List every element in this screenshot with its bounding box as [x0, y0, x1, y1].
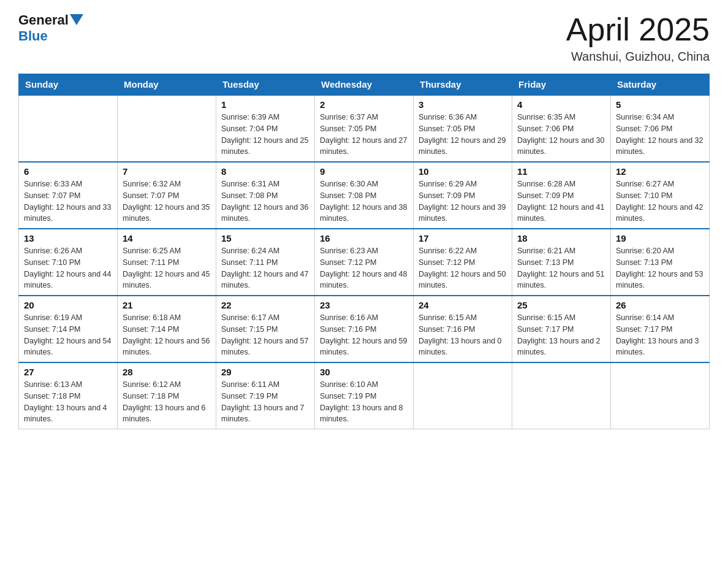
day-info: Sunrise: 6:35 AMSunset: 7:06 PMDaylight:…: [517, 112, 605, 158]
calendar-location: Wanshui, Guizhou, China: [566, 50, 710, 64]
day-info: Sunrise: 6:33 AMSunset: 7:07 PMDaylight:…: [24, 178, 112, 224]
day-info: Sunrise: 6:37 AMSunset: 7:05 PMDaylight:…: [320, 112, 408, 158]
day-info: Sunrise: 6:14 AMSunset: 7:17 PMDaylight:…: [616, 312, 704, 358]
calendar-week-row: 1Sunrise: 6:39 AMSunset: 7:04 PMDaylight…: [19, 95, 710, 162]
day-info: Sunrise: 6:24 AMSunset: 7:11 PMDaylight:…: [221, 245, 309, 291]
day-info: Sunrise: 6:36 AMSunset: 7:05 PMDaylight:…: [419, 112, 507, 158]
logo-general-text: General: [18, 12, 69, 28]
calendar-day-cell: 30Sunrise: 6:10 AMSunset: 7:19 PMDayligh…: [315, 362, 414, 429]
day-of-week-header: Monday: [118, 74, 216, 96]
day-number: 20: [24, 300, 112, 310]
day-info: Sunrise: 6:13 AMSunset: 7:18 PMDaylight:…: [24, 379, 112, 425]
calendar-day-cell: [611, 362, 710, 429]
calendar-day-cell: 1Sunrise: 6:39 AMSunset: 7:04 PMDaylight…: [216, 95, 315, 162]
calendar-day-cell: 28Sunrise: 6:12 AMSunset: 7:18 PMDayligh…: [118, 362, 216, 429]
day-number: 4: [517, 99, 605, 110]
calendar-day-cell: 22Sunrise: 6:17 AMSunset: 7:15 PMDayligh…: [216, 296, 315, 362]
day-of-week-header: Thursday: [414, 74, 512, 96]
calendar-table: SundayMondayTuesdayWednesdayThursdayFrid…: [18, 74, 710, 429]
calendar-day-cell: [118, 95, 216, 162]
day-info: Sunrise: 6:12 AMSunset: 7:18 PMDaylight:…: [123, 379, 211, 425]
day-info: Sunrise: 6:39 AMSunset: 7:04 PMDaylight:…: [221, 112, 309, 158]
calendar-day-cell: 19Sunrise: 6:20 AMSunset: 7:13 PMDayligh…: [611, 229, 710, 296]
day-of-week-header: Friday: [512, 74, 611, 96]
calendar-day-cell: 21Sunrise: 6:18 AMSunset: 7:14 PMDayligh…: [118, 296, 216, 362]
page-header: General Blue April 2025 Wanshui, Guizhou…: [18, 12, 710, 64]
calendar-day-cell: 16Sunrise: 6:23 AMSunset: 7:12 PMDayligh…: [315, 229, 414, 296]
day-info: Sunrise: 6:15 AMSunset: 7:17 PMDaylight:…: [517, 312, 605, 358]
svg-marker-0: [70, 14, 83, 25]
day-number: 28: [123, 367, 211, 377]
logo-triangle-icon: [70, 14, 83, 25]
day-info: Sunrise: 6:17 AMSunset: 7:15 PMDaylight:…: [221, 312, 309, 358]
calendar-day-cell: 24Sunrise: 6:15 AMSunset: 7:16 PMDayligh…: [414, 296, 512, 362]
day-info: Sunrise: 6:34 AMSunset: 7:06 PMDaylight:…: [616, 112, 704, 158]
calendar-header-row: SundayMondayTuesdayWednesdayThursdayFrid…: [19, 74, 710, 96]
calendar-day-cell: [414, 362, 512, 429]
day-number: 14: [123, 233, 211, 243]
day-number: 5: [616, 99, 704, 110]
day-info: Sunrise: 6:10 AMSunset: 7:19 PMDaylight:…: [320, 379, 408, 425]
calendar-day-cell: 3Sunrise: 6:36 AMSunset: 7:05 PMDaylight…: [414, 95, 512, 162]
calendar-week-row: 20Sunrise: 6:19 AMSunset: 7:14 PMDayligh…: [19, 296, 710, 362]
calendar-day-cell: 8Sunrise: 6:31 AMSunset: 7:08 PMDaylight…: [216, 162, 315, 229]
day-info: Sunrise: 6:27 AMSunset: 7:10 PMDaylight:…: [616, 178, 704, 224]
logo-blue-text: Blue: [18, 28, 48, 44]
day-number: 27: [24, 367, 112, 377]
calendar-day-cell: 9Sunrise: 6:30 AMSunset: 7:08 PMDaylight…: [315, 162, 414, 229]
day-info: Sunrise: 6:29 AMSunset: 7:09 PMDaylight:…: [419, 178, 507, 224]
day-number: 19: [616, 233, 704, 243]
day-info: Sunrise: 6:25 AMSunset: 7:11 PMDaylight:…: [123, 245, 211, 291]
day-info: Sunrise: 6:15 AMSunset: 7:16 PMDaylight:…: [419, 312, 507, 358]
day-info: Sunrise: 6:23 AMSunset: 7:12 PMDaylight:…: [320, 245, 408, 291]
calendar-day-cell: 5Sunrise: 6:34 AMSunset: 7:06 PMDaylight…: [611, 95, 710, 162]
calendar-day-cell: 13Sunrise: 6:26 AMSunset: 7:10 PMDayligh…: [19, 229, 118, 296]
calendar-day-cell: 15Sunrise: 6:24 AMSunset: 7:11 PMDayligh…: [216, 229, 315, 296]
day-number: 12: [616, 166, 704, 177]
calendar-week-row: 27Sunrise: 6:13 AMSunset: 7:18 PMDayligh…: [19, 362, 710, 429]
calendar-day-cell: 20Sunrise: 6:19 AMSunset: 7:14 PMDayligh…: [19, 296, 118, 362]
title-section: April 2025 Wanshui, Guizhou, China: [566, 12, 710, 64]
calendar-day-cell: 4Sunrise: 6:35 AMSunset: 7:06 PMDaylight…: [512, 95, 611, 162]
day-of-week-header: Sunday: [19, 74, 118, 96]
day-info: Sunrise: 6:31 AMSunset: 7:08 PMDaylight:…: [221, 178, 309, 224]
day-number: 21: [123, 300, 211, 310]
calendar-day-cell: 17Sunrise: 6:22 AMSunset: 7:12 PMDayligh…: [414, 229, 512, 296]
day-info: Sunrise: 6:28 AMSunset: 7:09 PMDaylight:…: [517, 178, 605, 224]
day-info: Sunrise: 6:26 AMSunset: 7:10 PMDaylight:…: [24, 245, 112, 291]
calendar-day-cell: 23Sunrise: 6:16 AMSunset: 7:16 PMDayligh…: [315, 296, 414, 362]
day-number: 11: [517, 166, 605, 177]
calendar-day-cell: 27Sunrise: 6:13 AMSunset: 7:18 PMDayligh…: [19, 362, 118, 429]
day-info: Sunrise: 6:30 AMSunset: 7:08 PMDaylight:…: [320, 178, 408, 224]
day-number: 23: [320, 300, 408, 310]
day-number: 30: [320, 367, 408, 377]
day-info: Sunrise: 6:18 AMSunset: 7:14 PMDaylight:…: [123, 312, 211, 358]
day-number: 8: [221, 166, 309, 177]
calendar-week-row: 13Sunrise: 6:26 AMSunset: 7:10 PMDayligh…: [19, 229, 710, 296]
day-number: 26: [616, 300, 704, 310]
day-info: Sunrise: 6:22 AMSunset: 7:12 PMDaylight:…: [419, 245, 507, 291]
day-of-week-header: Saturday: [611, 74, 710, 96]
day-info: Sunrise: 6:21 AMSunset: 7:13 PMDaylight:…: [517, 245, 605, 291]
calendar-day-cell: 10Sunrise: 6:29 AMSunset: 7:09 PMDayligh…: [414, 162, 512, 229]
day-info: Sunrise: 6:16 AMSunset: 7:16 PMDaylight:…: [320, 312, 408, 358]
day-number: 2: [320, 99, 408, 110]
day-number: 3: [419, 99, 507, 110]
day-number: 16: [320, 233, 408, 243]
day-number: 7: [123, 166, 211, 177]
day-of-week-header: Wednesday: [315, 74, 414, 96]
calendar-title: April 2025: [566, 12, 710, 47]
day-number: 17: [419, 233, 507, 243]
day-number: 6: [24, 166, 112, 177]
day-number: 13: [24, 233, 112, 243]
day-number: 15: [221, 233, 309, 243]
day-number: 29: [221, 367, 309, 377]
calendar-day-cell: 14Sunrise: 6:25 AMSunset: 7:11 PMDayligh…: [118, 229, 216, 296]
calendar-day-cell: 25Sunrise: 6:15 AMSunset: 7:17 PMDayligh…: [512, 296, 611, 362]
calendar-day-cell: 29Sunrise: 6:11 AMSunset: 7:19 PMDayligh…: [216, 362, 315, 429]
calendar-day-cell: 12Sunrise: 6:27 AMSunset: 7:10 PMDayligh…: [611, 162, 710, 229]
day-of-week-header: Tuesday: [216, 74, 315, 96]
calendar-day-cell: 11Sunrise: 6:28 AMSunset: 7:09 PMDayligh…: [512, 162, 611, 229]
day-info: Sunrise: 6:11 AMSunset: 7:19 PMDaylight:…: [221, 379, 309, 425]
calendar-day-cell: 26Sunrise: 6:14 AMSunset: 7:17 PMDayligh…: [611, 296, 710, 362]
